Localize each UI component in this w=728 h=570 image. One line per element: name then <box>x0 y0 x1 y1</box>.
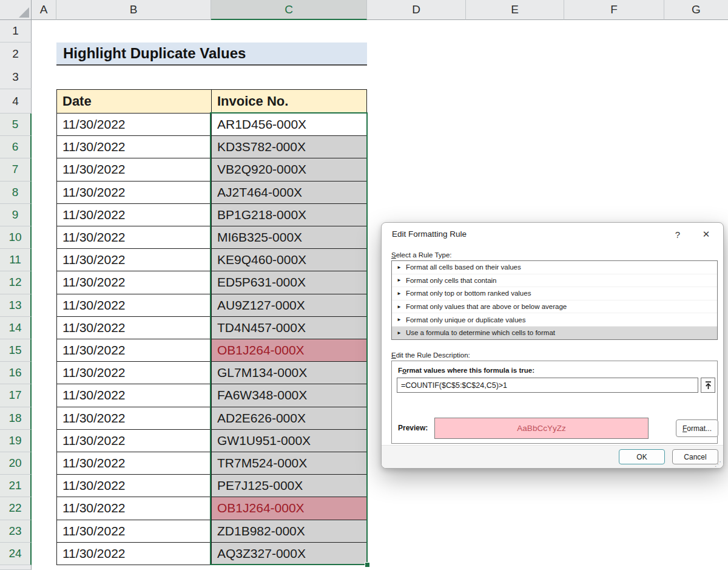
column-header-D[interactable]: D <box>367 0 466 20</box>
date-cell-r20[interactable]: 11/30/2022 <box>56 452 211 475</box>
collapse-dialog-button[interactable] <box>701 378 715 393</box>
date-cell-r21[interactable]: 11/30/2022 <box>56 475 211 497</box>
date-cell-r19[interactable]: 11/30/2022 <box>56 430 211 452</box>
rule-item-arrow-icon: ► <box>397 330 402 336</box>
invoice-cell-r23[interactable]: ZD1B982-000X <box>211 520 367 543</box>
date-cell-r15[interactable]: 11/30/2022 <box>56 339 211 362</box>
column-header-E[interactable]: E <box>466 0 564 20</box>
date-cell-r14[interactable]: 11/30/2022 <box>56 317 211 339</box>
edit-formatting-rule-dialog: Edit Formatting Rule ? ✕ Select a Rule T… <box>381 222 724 469</box>
invoice-cell-r12[interactable]: ED5P631-000X <box>211 271 367 294</box>
rule-type-item-4[interactable]: ►Format only unique or duplicate values <box>392 313 717 327</box>
row-header-11[interactable]: 11 <box>0 249 32 271</box>
column-header-A[interactable]: A <box>32 0 56 20</box>
row-header-7[interactable]: 7 <box>0 158 32 181</box>
column-header-B[interactable]: B <box>56 0 211 20</box>
date-cell-r6[interactable]: 11/30/2022 <box>56 136 211 158</box>
invoice-cell-r5[interactable]: AR1D456-000X <box>211 114 367 136</box>
rule-type-item-0[interactable]: ►Format all cells based on their values <box>392 261 717 274</box>
date-cell-r8[interactable]: 11/30/2022 <box>56 182 211 204</box>
row-header-16[interactable]: 16 <box>0 362 32 384</box>
column-header-C[interactable]: C <box>211 0 367 20</box>
row-header-10[interactable]: 10 <box>0 226 32 249</box>
date-cell-r18[interactable]: 11/30/2022 <box>56 407 211 430</box>
table-header-invoice[interactable]: Invoice No. <box>211 89 367 114</box>
row-header-3[interactable]: 3 <box>0 66 32 89</box>
rule-type-label: Select a Rule Type: <box>391 251 452 259</box>
ok-button[interactable]: OK <box>619 449 665 464</box>
date-cell-r11[interactable]: 11/30/2022 <box>56 249 211 271</box>
rule-type-listbox[interactable]: ►Format all cells based on their values►… <box>391 260 718 340</box>
column-header-F[interactable]: F <box>564 0 664 20</box>
help-icon[interactable]: ? <box>669 226 686 242</box>
date-cell-r22[interactable]: 11/30/2022 <box>56 497 211 520</box>
row-header-15[interactable]: 15 <box>0 339 32 362</box>
preview-label: Preview: <box>398 424 428 432</box>
date-cell-r13[interactable]: 11/30/2022 <box>56 294 211 317</box>
row-header-8[interactable]: 8 <box>0 182 32 204</box>
invoice-cell-r20[interactable]: TR7M524-000X <box>211 452 367 475</box>
date-cell-r12[interactable]: 11/30/2022 <box>56 271 211 294</box>
rule-type-item-label: Format only unique or duplicate values <box>406 316 526 324</box>
row-header-14[interactable]: 14 <box>0 317 32 339</box>
row-header-4[interactable]: 4 <box>0 89 32 114</box>
cell-title[interactable]: Highlight Duplicate Values <box>56 42 367 66</box>
invoice-cell-r8[interactable]: AJ2T464-000X <box>211 182 367 204</box>
row-header-25-partial[interactable] <box>0 565 32 570</box>
rule-type-item-2[interactable]: ►Format only top or bottom ranked values <box>392 287 717 300</box>
row-header-24[interactable]: 24 <box>0 543 32 565</box>
cancel-button[interactable]: Cancel <box>672 449 718 464</box>
date-cell-r7[interactable]: 11/30/2022 <box>56 158 211 181</box>
row-header-17[interactable]: 17 <box>0 384 32 407</box>
invoice-cell-r17[interactable]: FA6W348-000X <box>211 384 367 407</box>
date-cell-r24[interactable]: 11/30/2022 <box>56 543 211 565</box>
resize-grip[interactable]: ⋰ <box>715 461 721 467</box>
row-header-13[interactable]: 13 <box>0 294 32 317</box>
rule-item-arrow-icon: ► <box>397 317 402 322</box>
invoice-cell-r10[interactable]: MI6B325-000X <box>211 226 367 249</box>
date-cell-r23[interactable]: 11/30/2022 <box>56 520 211 543</box>
rule-type-item-5[interactable]: ►Use a formula to determine which cells … <box>392 327 717 340</box>
dialog-footer: OK Cancel ⋰ <box>382 445 723 468</box>
format-button[interactable]: Format... <box>676 419 718 437</box>
formula-input[interactable]: =COUNTIF($C$5:$C$24,C5)>1 <box>397 378 698 393</box>
invoice-cell-r21[interactable]: PE7J125-000X <box>211 475 367 497</box>
date-cell-r16[interactable]: 11/30/2022 <box>56 362 211 384</box>
invoice-cell-r14[interactable]: TD4N457-000X <box>211 317 367 339</box>
invoice-cell-r22[interactable]: OB1J264-000X <box>211 497 367 520</box>
column-header-G[interactable]: G <box>664 0 728 20</box>
invoice-cell-r7[interactable]: VB2Q920-000X <box>211 158 367 181</box>
invoice-cell-r15[interactable]: OB1J264-000X <box>211 339 367 362</box>
date-cell-r5[interactable]: 11/30/2022 <box>56 114 211 136</box>
row-header-19[interactable]: 19 <box>0 430 32 452</box>
row-header-1[interactable]: 1 <box>0 20 32 42</box>
formula-label: Format values where this formula is true… <box>398 367 534 374</box>
row-header-5[interactable]: 5 <box>0 114 32 136</box>
rule-type-item-1[interactable]: ►Format only cells that contain <box>392 274 717 288</box>
invoice-cell-r11[interactable]: KE9Q460-000X <box>211 249 367 271</box>
row-header-21[interactable]: 21 <box>0 475 32 497</box>
invoice-cell-r9[interactable]: BP1G218-000X <box>211 204 367 226</box>
row-header-12[interactable]: 12 <box>0 271 32 294</box>
row-header-9[interactable]: 9 <box>0 204 32 226</box>
invoice-cell-r19[interactable]: GW1U951-000X <box>211 430 367 452</box>
date-cell-r17[interactable]: 11/30/2022 <box>56 384 211 407</box>
invoice-cell-r6[interactable]: KD3S782-000X <box>211 136 367 158</box>
invoice-cell-r24[interactable]: AQ3Z327-000X <box>211 543 367 565</box>
invoice-cell-r18[interactable]: AD2E626-000X <box>211 407 367 430</box>
date-cell-r10[interactable]: 11/30/2022 <box>56 226 211 249</box>
rule-type-item-3[interactable]: ►Format only values that are above or be… <box>392 300 717 314</box>
date-cell-r9[interactable]: 11/30/2022 <box>56 204 211 226</box>
invoice-cell-r13[interactable]: AU9Z127-000X <box>211 294 367 317</box>
table-header-date[interactable]: Date <box>56 89 211 114</box>
select-all-corner[interactable] <box>0 0 32 20</box>
row-header-23[interactable]: 23 <box>0 520 32 543</box>
row-header-6[interactable]: 6 <box>0 136 32 158</box>
selection-fill-handle[interactable] <box>365 562 370 568</box>
close-icon[interactable]: ✕ <box>698 226 715 242</box>
row-header-22[interactable]: 22 <box>0 497 32 520</box>
row-header-18[interactable]: 18 <box>0 407 32 430</box>
row-header-2[interactable]: 2 <box>0 42 32 66</box>
invoice-cell-r16[interactable]: GL7M134-000X <box>211 362 367 384</box>
row-header-20[interactable]: 20 <box>0 452 32 475</box>
